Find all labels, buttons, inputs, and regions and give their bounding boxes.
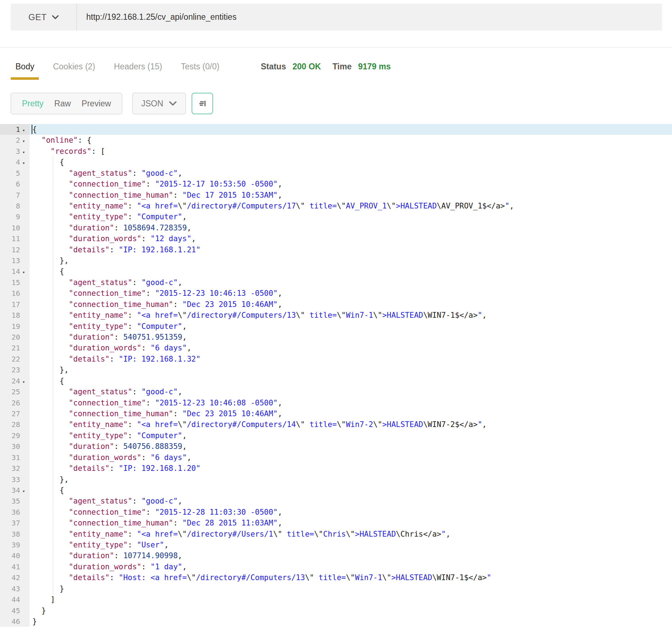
code-line-content[interactable]: { bbox=[29, 485, 672, 496]
code-line-content[interactable]: "details": "Host: <a href=\"/directory#/… bbox=[29, 572, 672, 583]
code-line-content[interactable]: "agent_status": "good-c", bbox=[29, 496, 672, 506]
gutter-cell: 24▾ bbox=[0, 376, 29, 386]
pretty-button[interactable]: Pretty bbox=[22, 99, 43, 109]
code-line: 38 "entity_name": "<a href=\"/directory#… bbox=[0, 529, 672, 540]
code-line-content[interactable]: "duration": 540756.888359, bbox=[29, 441, 672, 452]
code-editor[interactable]: 1▾{2▾ "online": {3▾ "records": [4▾ {5 "a… bbox=[0, 124, 672, 627]
fold-arrow-icon[interactable]: ▾ bbox=[20, 486, 27, 497]
code-line: 8 "entity_name": "<a href=\"/directory#/… bbox=[0, 201, 672, 211]
preview-button[interactable]: Preview bbox=[82, 99, 111, 109]
code-line-content[interactable]: "details": "IP: 192.168.1.32" bbox=[29, 354, 672, 364]
gutter-cell: 11 bbox=[0, 233, 29, 244]
line-number: 34 bbox=[0, 485, 20, 496]
gutter-cell: 29 bbox=[0, 430, 29, 441]
code-line-content[interactable]: "connection_time": "2015-12-23 10:46:08 … bbox=[29, 398, 672, 408]
code-line: 7 "connection_time_human": "Dec 17 2015 … bbox=[0, 190, 672, 201]
code-line-content[interactable]: } bbox=[29, 605, 672, 616]
response-viewer: GET http://192.168.1.25/cv_api/online_en… bbox=[0, 0, 672, 627]
code-line-content[interactable]: "connection_time": "2015-12-28 11:03:30 … bbox=[29, 507, 672, 518]
gutter-cell: 13 bbox=[0, 255, 29, 266]
code-line-content[interactable]: "entity_type": "Computer", bbox=[29, 321, 672, 332]
gutter-cell: 6 bbox=[0, 179, 29, 189]
code-line-content[interactable]: "connection_time_human": "Dec 28 2015 11… bbox=[29, 518, 672, 528]
line-number: 38 bbox=[0, 529, 20, 540]
line-number: 17 bbox=[0, 299, 20, 310]
code-line-content[interactable]: "duration_words": "6 days", bbox=[29, 452, 672, 463]
code-line-content[interactable]: "details": "IP: 192.168.1.21" bbox=[29, 244, 672, 255]
code-line-content[interactable]: }, bbox=[29, 255, 672, 266]
code-line: 4▾ { bbox=[0, 157, 672, 167]
code-line: 6 "connection_time": "2015-12-17 10:53:5… bbox=[0, 179, 672, 189]
line-number: 4 bbox=[0, 157, 20, 167]
code-line: 18 "entity_name": "<a href=\"/directory#… bbox=[0, 310, 672, 321]
tab-tests[interactable]: Tests (0/0) bbox=[176, 60, 224, 80]
line-number: 3 bbox=[0, 146, 20, 157]
tab-body[interactable]: Body bbox=[11, 60, 39, 80]
request-url-bar: GET http://192.168.1.25/cv_api/online_en… bbox=[11, 4, 662, 31]
code-line-content[interactable]: } bbox=[29, 616, 672, 627]
code-line-content[interactable]: "duration_words": "12 days", bbox=[29, 233, 672, 244]
code-line-content[interactable]: "agent_status": "good-c", bbox=[29, 168, 672, 179]
code-line-content[interactable]: "entity_name": "<a href=\"/directory#/Co… bbox=[29, 201, 672, 211]
line-number: 44 bbox=[0, 594, 20, 605]
line-number: 12 bbox=[0, 244, 20, 255]
code-line-content[interactable]: "entity_type": "User", bbox=[29, 540, 672, 550]
fold-arrow-icon[interactable]: ▾ bbox=[20, 136, 27, 147]
code-line: 29 "entity_type": "Computer", bbox=[0, 430, 672, 441]
code-line-content[interactable]: "records": [ bbox=[29, 146, 672, 157]
line-number: 21 bbox=[0, 343, 20, 353]
gutter-cell: 40 bbox=[0, 550, 29, 561]
code-line-content[interactable]: "connection_time": "2015-12-23 10:46:13 … bbox=[29, 288, 672, 299]
tab-headers[interactable]: Headers (15) bbox=[109, 60, 167, 80]
gutter-cell: 39 bbox=[0, 540, 29, 550]
fold-arrow-icon[interactable]: ▾ bbox=[20, 125, 27, 136]
gutter-cell: 14▾ bbox=[0, 266, 29, 277]
wrap-lines-button[interactable] bbox=[192, 93, 213, 114]
code-line-content[interactable]: "entity_type": "Computer", bbox=[29, 211, 672, 222]
code-line-content[interactable]: "connection_time_human": "Dec 17 2015 10… bbox=[29, 190, 672, 201]
code-line-content[interactable]: "entity_type": "Computer", bbox=[29, 430, 672, 441]
code-line-content[interactable]: "duration": 1058694.728359, bbox=[29, 222, 672, 233]
code-line-content[interactable]: "agent_status": "good-c", bbox=[29, 277, 672, 288]
status-label: Status bbox=[261, 62, 286, 72]
code-line-content[interactable]: { bbox=[29, 266, 672, 277]
view-mode-group: Pretty Raw Preview bbox=[11, 93, 122, 114]
code-line-content[interactable]: "duration_words": "1 day", bbox=[29, 561, 672, 572]
code-line: 23 }, bbox=[0, 364, 672, 375]
code-line-content[interactable]: } bbox=[29, 583, 672, 594]
code-line-content[interactable]: "duration_words": "6 days", bbox=[29, 343, 672, 353]
code-line-content[interactable]: "agent_status": "good-c", bbox=[29, 386, 672, 397]
fold-arrow-icon[interactable]: ▾ bbox=[20, 377, 27, 387]
code-line-content[interactable]: "duration": 540751.951359, bbox=[29, 332, 672, 343]
code-line-content[interactable]: { bbox=[29, 124, 672, 135]
url-input[interactable]: http://192.168.1.25/cv_api/online_entiti… bbox=[86, 12, 236, 22]
code-line-content[interactable]: { bbox=[29, 376, 672, 386]
line-number: 16 bbox=[0, 288, 20, 299]
code-line-content[interactable]: "entity_name": "<a href=\"/directory#/Co… bbox=[29, 310, 672, 321]
line-number: 42 bbox=[0, 572, 20, 583]
code-line-content[interactable]: "connection_time_human": "Dec 23 2015 10… bbox=[29, 408, 672, 419]
fold-arrow-icon[interactable]: ▾ bbox=[20, 147, 27, 158]
format-selector[interactable]: JSON bbox=[132, 93, 186, 114]
line-number: 39 bbox=[0, 540, 20, 550]
code-line-content[interactable]: ] bbox=[29, 594, 672, 605]
code-line-content[interactable]: }, bbox=[29, 474, 672, 485]
gutter-cell: 27 bbox=[0, 408, 29, 419]
code-line-content[interactable]: }, bbox=[29, 364, 672, 375]
fold-arrow-icon[interactable]: ▾ bbox=[20, 267, 27, 278]
gutter-cell: 20 bbox=[0, 332, 29, 343]
code-line-content[interactable]: "duration": 107714.90998, bbox=[29, 550, 672, 561]
code-line-content[interactable]: "entity_name": "<a href=\"/directory#/Us… bbox=[29, 529, 672, 540]
code-line-content[interactable]: { bbox=[29, 157, 672, 167]
fold-arrow-icon[interactable]: ▾ bbox=[20, 158, 27, 169]
raw-button[interactable]: Raw bbox=[54, 99, 71, 109]
code-line-content[interactable]: "online": { bbox=[29, 135, 672, 146]
code-line-content[interactable]: "entity_name": "<a href=\"/directory#/Co… bbox=[29, 419, 672, 430]
code-line-content[interactable]: "connection_time": "2015-12-17 10:53:50 … bbox=[29, 179, 672, 189]
line-number: 26 bbox=[0, 398, 20, 408]
line-number: 10 bbox=[0, 222, 20, 233]
code-line-content[interactable]: "connection_time_human": "Dec 23 2015 10… bbox=[29, 299, 672, 310]
method-selector[interactable]: GET bbox=[11, 4, 77, 31]
code-line-content[interactable]: "details": "IP: 192.168.1.20" bbox=[29, 463, 672, 474]
tab-cookies[interactable]: Cookies (2) bbox=[48, 60, 100, 80]
